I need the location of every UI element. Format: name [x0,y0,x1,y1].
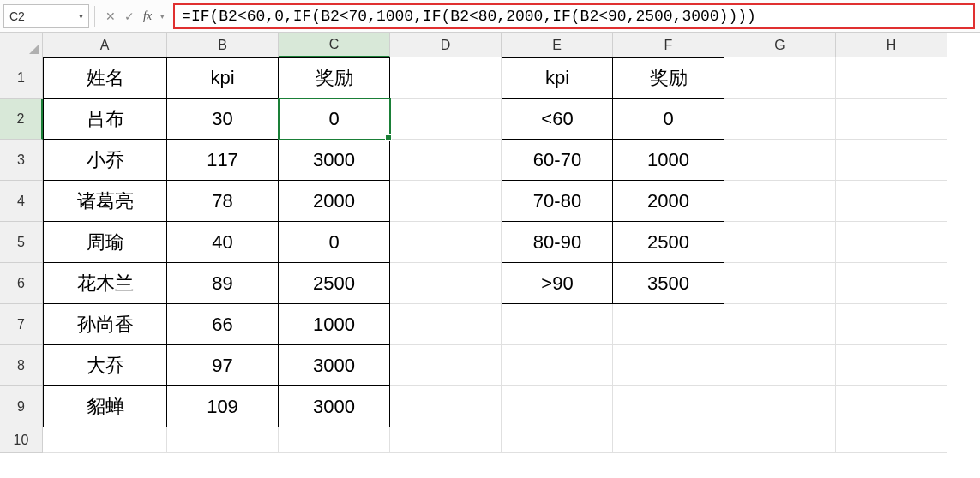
cell-G2[interactable] [724,99,836,140]
cell-B2[interactable]: 30 [167,99,279,140]
col-header-G[interactable]: G [724,33,836,57]
cell-F9[interactable] [613,386,724,427]
cell-H3[interactable] [836,140,947,181]
cell-B5[interactable]: 40 [167,222,279,263]
cell-B10[interactable] [167,427,279,453]
cell-G7[interactable] [724,304,836,345]
cell-C1[interactable]: 奖励 [279,57,390,99]
cell-C4[interactable]: 2000 [279,181,390,222]
cell-D1[interactable] [390,57,502,99]
cell-B6[interactable]: 89 [167,263,279,304]
row-header-4[interactable]: 4 [0,181,43,222]
row-header-8[interactable]: 8 [0,345,43,386]
cell-A8[interactable]: 大乔 [43,345,167,386]
cell-E1[interactable]: kpi [502,57,613,99]
cell-D6[interactable] [390,263,502,304]
cell-D3[interactable] [390,140,502,181]
col-header-H[interactable]: H [836,33,947,57]
cell-C6[interactable]: 2500 [279,263,390,304]
cell-B9[interactable]: 109 [167,386,279,427]
col-header-A[interactable]: A [43,33,167,57]
cell-H1[interactable] [836,57,947,99]
cell-C7[interactable]: 1000 [279,304,390,345]
col-header-C[interactable]: C [279,33,390,57]
col-header-E[interactable]: E [502,33,613,57]
cell-F1[interactable]: 奖励 [613,57,724,99]
cell-E7[interactable] [502,304,613,345]
cell-H5[interactable] [836,222,947,263]
cell-H8[interactable] [836,345,947,386]
cell-B1[interactable]: kpi [167,57,279,99]
cell-E8[interactable] [502,345,613,386]
cell-D5[interactable] [390,222,502,263]
cell-C8[interactable]: 3000 [279,345,390,386]
row-header-2[interactable]: 2 [0,99,43,140]
cell-A3[interactable]: 小乔 [43,140,167,181]
cell-H2[interactable] [836,99,947,140]
row-header-7[interactable]: 7 [0,304,43,345]
cell-H6[interactable] [836,263,947,304]
confirm-icon[interactable]: ✓ [124,9,135,23]
cell-H10[interactable] [836,427,947,453]
cell-G1[interactable] [724,57,836,99]
row-header-9[interactable]: 9 [0,386,43,427]
spreadsheet-grid[interactable]: A B C D E F G H 1 姓名 kpi 奖励 kpi 奖励 2 吕布 … [0,33,980,453]
cell-F5[interactable]: 2500 [613,222,724,263]
cell-C10[interactable] [279,427,390,453]
cell-A2[interactable]: 吕布 [43,99,167,140]
cell-D7[interactable] [390,304,502,345]
row-header-6[interactable]: 6 [0,263,43,304]
cell-B3[interactable]: 117 [167,140,279,181]
row-header-10[interactable]: 10 [0,427,43,453]
cell-D4[interactable] [390,181,502,222]
cell-G3[interactable] [724,140,836,181]
cell-E9[interactable] [502,386,613,427]
cell-E3[interactable]: 60-70 [502,140,613,181]
cell-D9[interactable] [390,386,502,427]
cell-A5[interactable]: 周瑜 [43,222,167,263]
cell-D8[interactable] [390,345,502,386]
cell-A4[interactable]: 诸葛亮 [43,181,167,222]
cell-F7[interactable] [613,304,724,345]
cell-D2[interactable] [390,99,502,140]
cell-F6[interactable]: 3500 [613,263,724,304]
cell-A9[interactable]: 貂蝉 [43,386,167,427]
cell-A10[interactable] [43,427,167,453]
cell-C3[interactable]: 3000 [279,140,390,181]
cell-G5[interactable] [724,222,836,263]
col-header-B[interactable]: B [167,33,279,57]
cell-C2[interactable]: 0 [279,99,390,140]
cell-G9[interactable] [724,386,836,427]
cell-F10[interactable] [613,427,724,453]
cell-F4[interactable]: 2000 [613,181,724,222]
cell-H7[interactable] [836,304,947,345]
cell-B4[interactable]: 78 [167,181,279,222]
col-header-D[interactable]: D [390,33,502,57]
cell-G4[interactable] [724,181,836,222]
row-header-5[interactable]: 5 [0,222,43,263]
cancel-icon[interactable]: ✕ [105,9,116,23]
cell-F8[interactable] [613,345,724,386]
name-box[interactable]: C2 ▾ [3,4,89,28]
cell-E5[interactable]: 80-90 [502,222,613,263]
cell-F2[interactable]: 0 [613,99,724,140]
cell-A1[interactable]: 姓名 [43,57,167,99]
formula-expand-icon[interactable]: ▾ [160,12,165,21]
cell-F3[interactable]: 1000 [613,140,724,181]
cell-G10[interactable] [724,427,836,453]
cell-B8[interactable]: 97 [167,345,279,386]
cell-C5[interactable]: 0 [279,222,390,263]
cell-H4[interactable] [836,181,947,222]
row-header-1[interactable]: 1 [0,57,43,99]
cell-A6[interactable]: 花木兰 [43,263,167,304]
cell-H9[interactable] [836,386,947,427]
cell-D10[interactable] [390,427,502,453]
row-header-3[interactable]: 3 [0,140,43,181]
cell-B7[interactable]: 66 [167,304,279,345]
cell-E10[interactable] [502,427,613,453]
select-all-corner[interactable] [0,33,43,57]
cell-G8[interactable] [724,345,836,386]
cell-E4[interactable]: 70-80 [502,181,613,222]
cell-A7[interactable]: 孙尚香 [43,304,167,345]
fx-icon[interactable]: fx [143,9,152,23]
